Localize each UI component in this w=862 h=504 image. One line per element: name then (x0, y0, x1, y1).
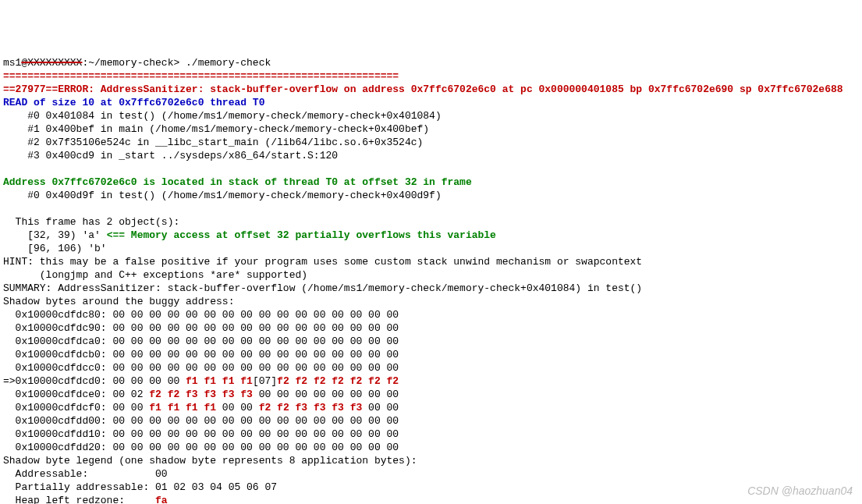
legend-heap-left-label: Heap left redzone: (3, 495, 155, 504)
stack-frame: #1 0x400bef in main (/home/ms1/memory-ch… (3, 123, 429, 135)
asan-hint: (longjmp and C++ exceptions *are* suppor… (3, 269, 307, 281)
asan-address-line: Address 0x7ffc6702e6c0 is located in sta… (3, 176, 472, 188)
shadow-redzone: f1 f1 f1 f1 (149, 402, 216, 413)
shadow-row: 0x10000cdfdc90: 00 00 00 00 00 00 00 00 … (3, 322, 399, 334)
asan-summary: SUMMARY: AddressSanitizer: stack-buffer-… (3, 282, 642, 294)
command: ./memory-check (186, 57, 271, 69)
shadow-row: 0x10000cdfdd10: 00 00 00 00 00 00 00 00 … (3, 428, 399, 440)
shadow-row: 0x10000cdfdcc0: 00 00 00 00 00 00 00 00 … (3, 362, 399, 374)
prompt-path: :~/memory-check> (82, 57, 186, 69)
shadow-legend-header: Shadow byte legend (one shadow byte repr… (3, 455, 417, 467)
stack-frame: #3 0x400cd9 in _start ../sysdeps/x86_64/… (3, 150, 338, 161)
shadow-row: 0x10000cdfdd00: 00 00 00 00 00 00 00 00 … (3, 415, 399, 427)
shadow-redzone: f2 f2 f3 f3 f3 f3 (259, 402, 363, 413)
shadow-row-suffix: 00 00 00 00 00 00 00 00 (253, 389, 399, 400)
shadow-row-suffix: 00 00 (362, 402, 399, 413)
legend-partial: Partially addressable: 01 02 03 04 05 06… (3, 481, 283, 493)
frame-object-b: [96, 106) 'b' (3, 243, 107, 254)
frame-objects-intro: This frame has 2 object(s): (3, 216, 179, 228)
shadow-target-byte: [07] (253, 375, 277, 387)
shadow-f2: f2 f2 f2 f2 f2 f2 f2 (277, 375, 399, 387)
shadow-row-mid: 00 00 (216, 402, 259, 413)
shadow-redzone: f2 f2 f3 f3 f3 f3 (149, 389, 253, 400)
hostname-redacted: @XXXXXXXXX (21, 57, 82, 69)
stack-frame: #0 0x401084 in test() (/home/ms1/memory-… (3, 110, 442, 122)
asan-read-line: READ of size 10 at 0x7ffc6702e6c0 thread… (3, 97, 264, 108)
prompt-user: ms1 (3, 57, 21, 69)
stack-frame: #0 0x400d9f in test() (/home/ms1/memory-… (3, 190, 442, 201)
legend-addressable-label: Addressable: (3, 468, 155, 480)
shadow-row: 0x10000cdfdcf0: 00 00 (3, 402, 149, 413)
shadow-row-pointer: =>0x10000cdfdcd0: 00 00 00 00 (3, 375, 186, 387)
shadow-row: 0x10000cdfdc80: 00 00 00 00 00 00 00 00 … (3, 309, 399, 321)
asan-hint: HINT: this may be a false positive if yo… (3, 256, 642, 268)
legend-heap-left-value: fa (155, 495, 168, 504)
shadow-row: 0x10000cdfdca0: 00 00 00 00 00 00 00 00 … (3, 335, 399, 347)
shadow-f1: f1 f1 f1 f1 (186, 375, 253, 387)
frame-object-a: [32, 39) 'a' (3, 229, 107, 241)
shadow-row: 0x10000cdfdd20: 00 00 00 00 00 00 00 00 … (3, 442, 399, 453)
asan-error-line: ==27977==ERROR: AddressSanitizer: stack-… (3, 83, 843, 95)
shadow-row: 0x10000cdfdce0: 00 02 (3, 389, 149, 400)
shadow-row: 0x10000cdfdcb0: 00 00 00 00 00 00 00 00 … (3, 349, 399, 360)
separator: ========================================… (3, 70, 399, 82)
legend-addressable-value: 00 (155, 468, 168, 480)
shadow-bytes-header: Shadow bytes around the buggy address: (3, 296, 234, 307)
frame-object-a-hint: <== Memory access at offset 32 partially… (107, 229, 496, 241)
stack-frame: #2 0x7f35106e524c in __libc_start_main (… (3, 137, 423, 148)
watermark: CSDN @haozhuan04 (747, 484, 853, 498)
terminal-output: ms1@XXXXXXXXX:~/memory-check> ./memory-c… (3, 56, 859, 504)
